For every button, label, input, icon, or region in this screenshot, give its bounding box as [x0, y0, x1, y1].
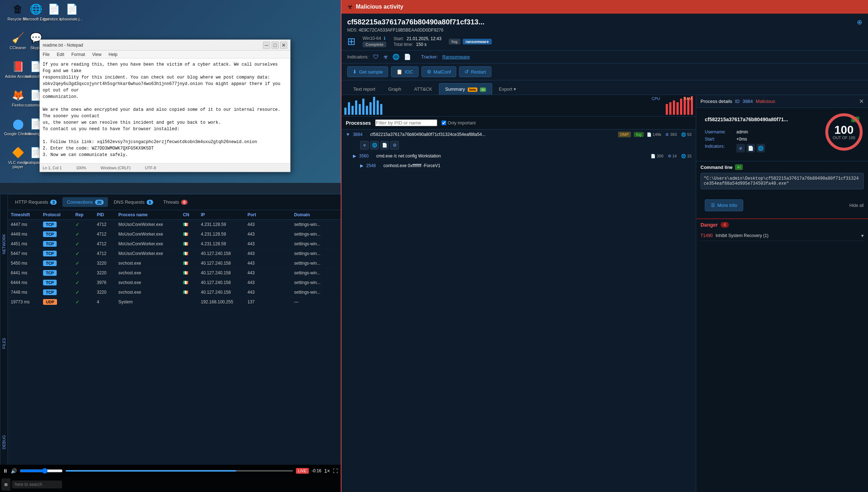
taskbar: ⊞	[0, 477, 341, 492]
cell-domain: settings-win...	[294, 251, 341, 256]
proc-icon-btn[interactable]: ☣	[360, 141, 369, 150]
tab-attck[interactable]: ATT&CK	[408, 83, 438, 95]
table-row[interactable]: 7448 ms TCP ✓ 3220 svchost.exe 🇮🇪 40.127…	[8, 288, 341, 297]
tag-ransomware[interactable]: ransomware	[463, 39, 492, 44]
danger-item-id: T1490	[700, 233, 713, 238]
close-icon[interactable]: ✕	[859, 98, 864, 105]
progress-slider[interactable]	[66, 470, 293, 472]
only-important-check[interactable]	[442, 120, 446, 125]
cell-process: MoUsoCoreWorker.exe	[118, 222, 183, 227]
cell-proto: TCP	[43, 251, 75, 256]
share-icon[interactable]: ⊕	[857, 18, 862, 26]
cell-cn: 🇮🇪	[183, 232, 201, 237]
tag-fog[interactable]: fog	[449, 39, 461, 44]
malconf-button[interactable]: ⚙ MalConf	[421, 66, 456, 77]
more-info-row: ☰ More Info Hide all	[696, 192, 868, 218]
malconf-icon: ⚙	[427, 69, 431, 75]
table-row[interactable]: 6444 ms TCP ✓ 3976 svchost.exe 🇮🇪 40.127…	[8, 278, 341, 288]
tab-summary[interactable]: Summary beta AI	[439, 83, 492, 95]
start-button[interactable]: ⊞	[1, 478, 10, 491]
proc-icon-btn[interactable]: 🌐	[370, 141, 379, 150]
cell-time: 5450 ms	[11, 261, 43, 266]
tab-graph[interactable]: Graph	[382, 83, 407, 95]
menu-format[interactable]: Format	[70, 51, 86, 58]
tab-dns-requests[interactable]: DNS Requests 6	[109, 197, 157, 207]
only-important-checkbox[interactable]: Only important	[442, 120, 476, 126]
doc-icon[interactable]: 📄	[404, 53, 411, 60]
process-area: Processes Only important ▼ 3884 cf582215…	[341, 117, 696, 492]
table-row[interactable]: 4449 ms TCP ✓ 4712 MoUsoCoreWorker.exe 🇮…	[8, 230, 341, 239]
expand-arrow-icon[interactable]: ▼	[346, 132, 350, 137]
shield-icon[interactable]: 🛡	[373, 54, 379, 60]
more-info-button[interactable]: ☰ More Info	[705, 199, 743, 211]
process-search-input[interactable]	[375, 119, 437, 126]
proc-icon-btn[interactable]: 📄	[380, 141, 389, 150]
tab-http-requests[interactable]: HTTP Requests 3	[11, 197, 61, 207]
menu-view[interactable]: View	[91, 51, 103, 58]
net-icon[interactable]: 🌐	[392, 53, 400, 60]
cell-proto: TCP	[43, 260, 75, 266]
cell-port: 443	[247, 251, 294, 256]
command-line-section: Command line AI "C:\Users\admin\Desktop\…	[696, 161, 868, 192]
menu-file[interactable]: File	[41, 51, 51, 58]
proc-icon-btn[interactable]: ⚙	[390, 141, 399, 150]
desktop-icon-label: phaseiale.j...	[61, 17, 83, 21]
tab-connections[interactable]: Connections 20	[62, 197, 108, 207]
ioc-button[interactable]: 📋 IOC	[391, 66, 418, 77]
notepad-content[interactable]: If you are reading this, then you have b…	[40, 58, 290, 163]
menu-edit[interactable]: Edit	[55, 51, 66, 58]
tab-graph-label: Graph	[388, 86, 401, 92]
net-stat-icon: 🌐	[681, 132, 686, 137]
tracker-link[interactable]: Ransomware	[442, 54, 470, 60]
menu-help[interactable]: Help	[107, 51, 119, 58]
ioc-label: IOC	[405, 69, 413, 75]
hide-all-link[interactable]: Hide all	[849, 203, 864, 208]
minimize-button[interactable]: ─	[263, 42, 270, 49]
cpu-bar	[362, 99, 364, 115]
cell-time: 6444 ms	[11, 280, 43, 285]
info-icon[interactable]: ℹ	[384, 36, 386, 41]
indicator-net-icon[interactable]: 🌐	[756, 144, 765, 152]
network-side-label: NETWORK	[0, 194, 8, 294]
cpu-bar	[348, 102, 350, 115]
col-pid: PID	[97, 212, 118, 217]
speed-button[interactable]: 1×	[324, 468, 330, 474]
tab-count: 6	[147, 200, 153, 205]
tab-text-report[interactable]: Text report	[347, 83, 381, 95]
col-process: Process name	[118, 212, 183, 217]
table-row[interactable]: 5450 ms TCP ✓ 3220 svchost.exe 🇮🇪 40.127…	[8, 259, 341, 268]
notepad-window: readme.txt - Notepad ─ □ ✕ File Edit For…	[39, 39, 291, 172]
desktop-icon-file2[interactable]: 📄 phaseiale.j...	[57, 2, 86, 21]
play-pause-button[interactable]: ⏸	[3, 468, 8, 474]
table-row[interactable]: 5447 ms TCP ✓ 4712 MoUsoCoreWorker.exe 🇮…	[8, 249, 341, 259]
stat-net-val: 53	[687, 132, 692, 137]
expand-arrow-icon[interactable]: ▶	[360, 163, 363, 168]
processes-title: Processes	[346, 120, 371, 126]
taskbar-search[interactable]	[12, 481, 62, 488]
table-row[interactable]: 4451 ms TCP ✓ 4712 MoUsoCoreWorker.exe 🇮…	[8, 239, 341, 249]
tab-threats[interactable]: Threats 0	[159, 197, 192, 207]
volume-button[interactable]: 🔊	[11, 468, 17, 474]
bio-icon[interactable]: ☣	[383, 53, 388, 60]
process-header: Processes Only important	[341, 117, 696, 129]
volume-slider[interactable]	[20, 468, 63, 474]
fullscreen-button[interactable]: ⛶	[333, 468, 338, 474]
chevron-down-icon[interactable]: ▾	[861, 233, 864, 238]
indicator-file-icon[interactable]: 📄	[746, 144, 755, 152]
col-domain: Domain	[294, 212, 341, 217]
time-block: Start: 21.01.2025, 12:43 Total time: 150…	[393, 36, 441, 47]
restart-button[interactable]: ↺ Restart	[459, 66, 491, 77]
tab-export[interactable]: Export ▾	[493, 83, 522, 95]
indicator-bio-icon[interactable]: ☣	[736, 144, 745, 152]
total-label: Total time:	[393, 42, 413, 47]
table-row[interactable]: 6441 ms TCP ✓ 3220 svchost.exe 🇮🇪 40.127…	[8, 268, 341, 278]
expand-arrow-icon[interactable]: ▶	[353, 153, 356, 159]
table-row[interactable]: 4447 ms TCP ✓ 4712 MoUsoCoreWorker.exe 🇮…	[8, 220, 341, 230]
get-sample-button[interactable]: ⬇ Get sample	[347, 66, 388, 77]
table-row[interactable]: 19773 ms UDP ✓ 4 System 192.168.100.255 …	[8, 297, 341, 307]
maximize-button[interactable]: □	[272, 42, 279, 49]
indicators-label: Indicators:	[347, 54, 369, 60]
close-button[interactable]: ✕	[280, 42, 287, 49]
os-row: Win10-64 ℹ	[363, 36, 386, 41]
danger-item: T1490 Inhibit System Recovery (1) ▾	[700, 231, 864, 241]
